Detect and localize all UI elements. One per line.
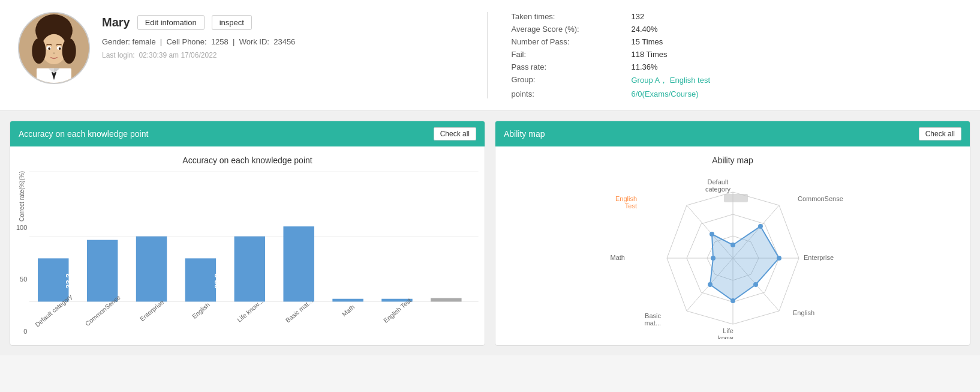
inspect-button[interactable]: inspect [212, 15, 252, 30]
bar-unknown [431, 298, 461, 302]
accuracy-chart-area: Correct rate(%)(%) 100 50 0 [16, 171, 479, 339]
y-axis-title: Correct rate(%)(%) [19, 171, 25, 222]
bar-label-commonsense-value: 47.4 [125, 262, 134, 278]
profile-info: Mary Edit infomation inspect Gender: fem… [102, 12, 295, 59]
radar-blur-placeholder [724, 194, 748, 202]
pass-rate-label: Pass rate: [512, 62, 632, 71]
ability-card-header: Ability map Check all [495, 121, 970, 146]
bar-enterprise [136, 237, 167, 302]
fail-label: Fail: [512, 50, 632, 59]
bar-math [333, 299, 363, 302]
bar-label-enterprise-value: 50.0 [176, 261, 185, 276]
radar-label-english: English [793, 309, 814, 316]
radar-point-6 [711, 256, 716, 261]
bar-label-lifeknow-value: 50.0 [274, 261, 283, 276]
y-label-50: 50 [20, 276, 27, 283]
avatar-image [19, 12, 89, 84]
ability-card-body: Ability map [495, 146, 970, 345]
work-id-value: 23456 [273, 37, 295, 46]
radar-label-commonsense: CommonSense [798, 195, 843, 202]
last-login: Last login: 02:30:39 am 17/06/2022 [102, 51, 295, 59]
radar-chart-wrapper: Default category CommonSense Enterprise … [501, 171, 964, 339]
taken-times-value: 132 [632, 12, 963, 21]
radar-data-polygon [710, 226, 779, 301]
bar-commonsense [87, 240, 118, 302]
bar-basic-mat [284, 226, 314, 301]
y-label-100: 100 [16, 224, 27, 231]
group-value: Group A， English test [632, 75, 963, 86]
radar-label-english-test2: Test [624, 202, 636, 210]
profile-section: Mary Edit infomation inspect Gender: fem… [0, 0, 980, 111]
y-axis-labels: 100 50 0 [16, 224, 27, 335]
pass-rate-value: 11.36% [632, 62, 963, 71]
radar-point-5 [708, 282, 713, 287]
y-axis-wrapper: Correct rate(%)(%) 100 50 0 [16, 171, 27, 339]
group-label: Group: [512, 75, 632, 86]
svg-point-13 [53, 52, 55, 54]
accuracy-card-body: Accuracy on each knowledge point Correct… [10, 146, 485, 345]
radar-label-enterprise: Enterprise [804, 254, 834, 261]
svg-point-4 [62, 38, 76, 64]
radar-label-basicmat2: mat... [644, 319, 661, 327]
radar-point-7 [710, 232, 714, 237]
fail-value: 118 Times [632, 50, 963, 59]
bar-label-default-value: 33.3 [65, 274, 74, 289]
accuracy-header-title: Accuracy on each knowledge point [19, 129, 148, 139]
gender-value: female [133, 37, 156, 46]
bar-label-basicmat-value: 57.4 [329, 255, 338, 271]
ability-card: Ability map Check all Ability map [495, 121, 970, 346]
bar-xlabel-math: Math [341, 303, 356, 318]
taken-times-label: Taken times: [512, 12, 632, 21]
bar-label-english-value: 33.3 [214, 274, 223, 289]
ability-check-all-button[interactable]: Check all [919, 127, 961, 140]
radar-label-math: Math [610, 254, 624, 261]
radar-chart-svg: Default category CommonSense Enterprise … [565, 171, 901, 339]
accuracy-card-header: Accuracy on each knowledge point Check a… [10, 121, 485, 146]
radar-point-3 [753, 282, 758, 287]
num-pass-label: Number of Pass: [512, 37, 632, 46]
svg-point-12 [59, 47, 61, 50]
radar-label-default2: category [705, 185, 731, 193]
points-value: 6/0(Exams/Course) [632, 89, 963, 98]
bar-life-know [235, 237, 265, 302]
accuracy-bar-chart-svg: 33.3 Default category 47.4 CommonSense 5… [29, 171, 479, 327]
bottom-section: Accuracy on each knowledge point Check a… [0, 111, 980, 355]
radar-point-0 [731, 243, 735, 247]
edit-info-button[interactable]: Edit infomation [137, 15, 205, 30]
y-label-0: 0 [23, 328, 27, 335]
bar-english [185, 258, 216, 301]
radar-label-lifeknow: Life [723, 327, 734, 334]
accuracy-card: Accuracy on each knowledge point Check a… [10, 121, 485, 346]
stats-section: Taken times: 132 Average Score (%): 24.4… [488, 12, 963, 98]
cell-phone-value: 1258 [211, 37, 229, 46]
avg-score-value: 24.40% [632, 25, 963, 34]
profile-left: Mary Edit infomation inspect Gender: fem… [18, 12, 488, 98]
radar-label-lifeknow2: know... [717, 334, 738, 339]
svg-point-3 [32, 38, 46, 64]
profile-name-row: Mary Edit infomation inspect [102, 15, 295, 30]
ability-chart-title: Ability map [501, 155, 964, 165]
radar-point-4 [731, 298, 735, 303]
profile-meta: Gender: female | Cell Phone: 1258 | Work… [102, 37, 295, 46]
radar-point-2 [777, 256, 781, 261]
num-pass-value: 15 Times [632, 37, 963, 46]
radar-point-1 [758, 224, 763, 229]
svg-point-11 [48, 47, 50, 50]
avg-score-label: Average Score (%): [512, 25, 632, 34]
bar-xlabel-english: English [191, 301, 211, 320]
points-label: points: [512, 89, 632, 98]
avatar [18, 12, 90, 84]
profile-name: Mary [102, 16, 130, 29]
ability-header-title: Ability map [504, 129, 545, 139]
accuracy-check-all-button[interactable]: Check all [434, 127, 476, 140]
accuracy-chart-title: Accuracy on each knowledge point [16, 155, 479, 165]
radar-label-english-test: English [615, 195, 636, 202]
radar-label-default: Default [707, 178, 728, 185]
radar-label-basicmat: Basic [645, 312, 661, 319]
